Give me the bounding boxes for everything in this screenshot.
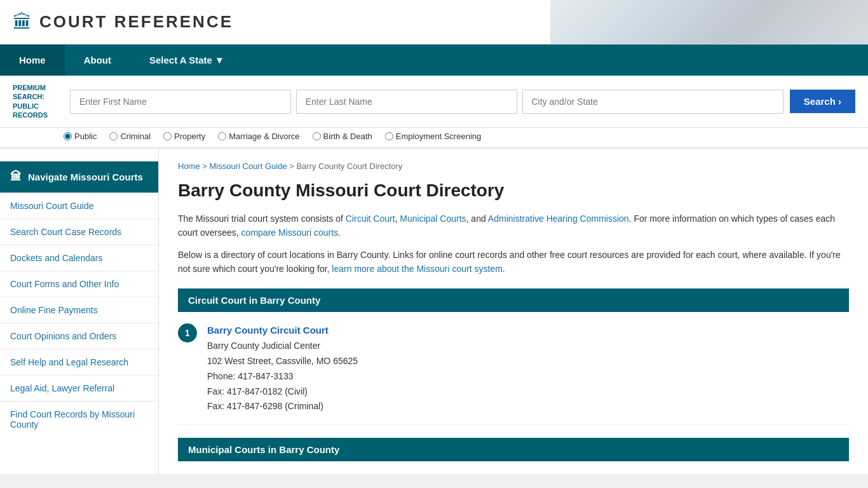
first-name-input[interactable]: [70, 90, 291, 114]
breadcrumb-missouri[interactable]: Missouri Court Guide: [210, 161, 287, 171]
court-number-1: 1: [178, 323, 197, 342]
radio-criminal[interactable]: Criminal: [109, 132, 151, 141]
court-detail: Barry County Circuit Court Barry County …: [207, 322, 358, 414]
sidebar-active-label: Navigate Missouri Courts: [28, 172, 143, 182]
court-address-line2: 102 West Street, Cassville, MO 65625: [207, 356, 358, 366]
court-fax2: Fax: 417-847-6298 (Criminal): [207, 401, 323, 411]
court-phone: Phone: 417-847-3133: [207, 371, 293, 381]
intro-paragraph-2: Below is a directory of court locations …: [178, 248, 849, 276]
navbar: Home About Select A State ▼: [0, 44, 868, 76]
radio-property[interactable]: Property: [163, 132, 205, 141]
search-label: PREMIUM SEARCH: PUBLIC RECORDS: [13, 83, 64, 119]
content: Home > Missouri Court Guide > Barry Coun…: [159, 149, 868, 474]
city-input[interactable]: [522, 90, 783, 114]
compare-courts-link[interactable]: compare Missouri courts: [241, 227, 339, 238]
header: 🏛 COURT REFERENCE: [0, 0, 868, 44]
main: 🏛 Navigate Missouri Courts Missouri Cour…: [0, 149, 868, 474]
radio-employment[interactable]: Employment Screening: [385, 132, 481, 141]
nav-item-home[interactable]: Home: [0, 44, 65, 76]
logo[interactable]: 🏛 COURT REFERENCE: [13, 11, 233, 33]
nav-item-about[interactable]: About: [65, 44, 130, 76]
breadcrumb: Home > Missouri Court Guide > Barry Coun…: [178, 161, 849, 171]
sidebar: 🏛 Navigate Missouri Courts Missouri Cour…: [0, 149, 159, 474]
sidebar-active-item[interactable]: 🏛 Navigate Missouri Courts: [0, 161, 158, 193]
header-background: [550, 0, 868, 44]
sidebar-item-court-forms[interactable]: Court Forms and Other Info: [0, 271, 158, 297]
search-inputs: [70, 90, 783, 114]
radio-public[interactable]: Public: [64, 132, 97, 141]
sidebar-item-search-court-case[interactable]: Search Court Case Records: [0, 219, 158, 245]
court-fax1: Fax: 417-847-0182 (Civil): [207, 386, 308, 396]
search-button[interactable]: Search ›: [790, 90, 855, 113]
intro-paragraph-1: The Missouri trial court system consists…: [178, 212, 849, 240]
sidebar-item-self-help[interactable]: Self Help and Legal Research: [0, 349, 158, 375]
breadcrumb-current: Barry County Court Directory: [296, 161, 402, 171]
sidebar-item-find-court-records[interactable]: Find Court Records by Missouri County: [0, 401, 158, 437]
municipal-courts-link[interactable]: Municipal Courts: [400, 214, 466, 224]
nav-item-select-state[interactable]: Select A State ▼: [130, 44, 243, 76]
search-bar: PREMIUM SEARCH: PUBLIC RECORDS Search ›: [0, 76, 868, 128]
municipal-court-section-header: Municipal Courts in Barry County: [178, 438, 849, 461]
learn-more-link[interactable]: learn more about the Missouri court syst…: [332, 264, 502, 274]
circuit-court-link[interactable]: Circuit Court: [346, 214, 395, 224]
sidebar-item-court-opinions[interactable]: Court Opinions and Orders: [0, 323, 158, 349]
radio-marriage-divorce[interactable]: Marriage & Divorce: [218, 132, 299, 141]
sidebar-item-online-fine[interactable]: Online Fine Payments: [0, 297, 158, 323]
sidebar-item-missouri-court-guide[interactable]: Missouri Court Guide: [0, 193, 158, 219]
court-entry-barry-circuit: 1 Barry County Circuit Court Barry Count…: [178, 312, 849, 425]
last-name-input[interactable]: [296, 90, 517, 114]
sidebar-icon: 🏛: [10, 170, 22, 184]
sidebar-item-dockets[interactable]: Dockets and Calendars: [0, 245, 158, 271]
admin-hearing-link[interactable]: Administrative Hearing Commission: [488, 214, 629, 224]
logo-text: COURT REFERENCE: [39, 12, 233, 32]
radio-row: Public Criminal Property Marriage & Divo…: [0, 128, 868, 149]
sidebar-item-legal-aid[interactable]: Legal Aid, Lawyer Referral: [0, 375, 158, 401]
logo-icon: 🏛: [13, 11, 32, 33]
court-address-line1: Barry County Judicial Center: [207, 341, 320, 351]
court-name-link[interactable]: Barry County Circuit Court: [207, 325, 329, 336]
breadcrumb-home[interactable]: Home: [178, 161, 200, 171]
circuit-court-section-header: Circuit Court in Barry County: [178, 288, 849, 312]
page-title: Barry County Missouri Court Directory: [178, 180, 849, 201]
radio-birth-death[interactable]: Birth & Death: [313, 132, 372, 141]
